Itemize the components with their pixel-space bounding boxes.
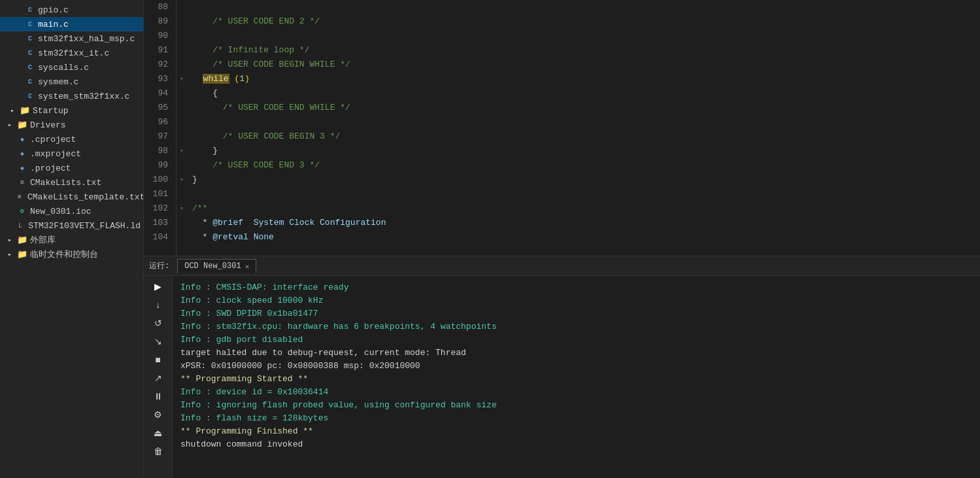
disconnect-button[interactable]: ⏏ [150,425,166,441]
c-file-icon: C [25,62,35,73]
terminal-line: xPSR: 0x01000000 pc: 0x08000388 msp: 0x2… [180,360,972,373]
c-file-icon: C [25,91,35,101]
folder-icon: 📁 [20,105,30,116]
sidebar-item-sysmem-c[interactable]: Csysmem.c [0,75,143,89]
folder-icon: 📁 [17,249,27,260]
fold-indicator [177,0,187,14]
line-number: 98 [149,144,168,158]
terminal-sidebar: ▶ ↓ ↺ ↘ ■ ↗ ⏸ ⚙ ⏏ 🗑 [144,276,173,478]
line-number: 92 [149,58,168,72]
fold-indicator[interactable]: ▾ [177,201,187,216]
line-number: 104 [149,230,168,245]
line-number: 102 [149,201,168,216]
code-line: /* USER CODE END 2 */ [192,14,980,29]
line-numbers: 888990919293949596979899100101102103104 [144,0,177,256]
sidebar-item-label: .cproject [30,135,76,145]
code-line [192,187,980,201]
sidebar-item-label: stm32f1xx_hal_msp.c [38,34,135,44]
sidebar-item-label: CMakeLists_template.txt [27,192,144,202]
folder-arrow [8,121,16,129]
line-number: 93 [149,72,168,86]
code-line: } [192,173,980,187]
terminal-tab-close[interactable]: ✕ [245,262,250,271]
sidebar-item-cproject[interactable]: ◈.cproject [0,132,143,146]
sidebar-item-label: 外部库 [30,234,56,246]
terminal-line: Info : flash size = 128kbytes [180,412,972,425]
fold-indicator [177,115,187,129]
sidebar-item-project[interactable]: ◈.project [0,161,143,175]
step-into-button[interactable]: ↘ [150,333,166,349]
terminal-line: Info : CMSIS-DAP: interface ready [180,281,972,294]
sidebar-item-startup[interactable]: 📁Startup [0,103,143,118]
terminal-line: Info : clock speed 10000 kHz [180,294,972,307]
code-line: * @brief System Clock Configuration [192,216,980,230]
line-number: 90 [149,29,168,43]
line-number: 95 [149,101,168,115]
line-number: 89 [149,14,168,29]
sidebar-item-gpio-c[interactable]: Cgpio.c [0,3,143,17]
sidebar-item-cmakelists-template-txt[interactable]: ≡CMakeLists_template.txt [0,190,143,204]
project-file-icon: ◈ [17,134,27,145]
sidebar-item-syscalls-c[interactable]: Csyscalls.c [0,60,143,75]
play-button[interactable]: ▶ [150,279,166,294]
sidebar-item-cmakelists-txt[interactable]: ≡CMakeLists.txt [0,175,143,190]
code-line: /** [192,201,980,216]
sidebar-item-stm32f1xx-hal-msp-c[interactable]: Cstm32f1xx_hal_msp.c [0,31,143,46]
keyword-while: while [203,74,229,84]
sidebar-item-ext-libs[interactable]: 📁外部库 [0,233,143,247]
sidebar-item-label: syscalls.c [38,63,89,73]
terminal-settings-button[interactable]: ⚙ [150,407,166,422]
terminal-line: Info : device id = 0x10036414 [180,386,972,399]
sidebar-item-label: sysmem.c [38,77,78,87]
stop-button[interactable]: ■ [150,352,166,367]
fold-indicator [177,14,187,29]
sidebar-item-main-c[interactable]: Cmain.c [0,17,143,31]
folder-icon: 📁 [17,120,27,130]
folder-arrow [10,107,18,114]
line-number: 99 [149,158,168,173]
sidebar-item-new-0301-ioc[interactable]: ⚙New_0301.ioc [0,204,143,218]
fold-indicator [177,230,187,245]
txt-file-icon: ≡ [17,177,27,188]
code-line: * @retval None [192,230,980,245]
step-out-button[interactable]: ↗ [150,370,166,386]
fold-indicator[interactable]: ▾ [177,173,187,187]
terminal-tab[interactable]: OCD New_0301 ✕ [177,259,256,273]
sidebar-item-drivers[interactable]: 📁Drivers [0,118,143,132]
sidebar-item-label: system_stm32f1xx.c [38,92,129,101]
sidebar-item-mxproject[interactable]: ◈.mxproject [0,146,143,161]
sidebar-item-temp-files[interactable]: 📁临时文件和控制台 [0,247,143,262]
terminal-line: ** Programming Started ** [180,373,972,386]
restart-button[interactable]: ↺ [150,315,166,331]
step-over-button[interactable]: ↓ [150,297,166,313]
fold-indicator [177,43,187,58]
code-line [192,115,980,129]
txt-file-icon: ≡ [14,192,25,202]
c-file-icon: C [25,77,35,87]
line-number: 101 [149,187,168,201]
fold-indicator [177,158,187,173]
code-line [192,0,980,14]
sidebar-item-stm32f1xx-it-c[interactable]: Cstm32f1xx_it.c [0,46,143,60]
terminal-line: Info : SWD DPIDR 0x1ba01477 [180,307,972,320]
fold-indicator[interactable]: ▾ [177,72,187,86]
line-number: 100 [149,173,168,187]
sidebar-item-system-stm32-c[interactable]: Csystem_stm32f1xx.c [0,89,143,103]
code-content[interactable]: /* USER CODE END 2 */ /* Infinite loop *… [187,0,980,256]
line-number: 96 [149,115,168,129]
terminal-output[interactable]: Info : CMSIS-DAP: interface readyInfo : … [173,276,980,478]
code-line: while (1) [192,72,980,86]
trash-button[interactable]: 🗑 [150,443,166,459]
sidebar-item-stm32-flash-ld[interactable]: LSTM32F103VETX_FLASH.ld [0,218,143,233]
sidebar-item-label: STM32F103VETX_FLASH.ld [28,221,141,231]
pause-button[interactable]: ⏸ [150,388,166,404]
fold-indicator[interactable]: ▾ [177,144,187,158]
terminal-line: Info : gdb port disabled [180,333,972,347]
fold-indicator [177,216,187,230]
code-line: /* USER CODE END 3 */ [192,158,980,173]
sidebar-item-label: stm32f1xx_it.c [38,48,109,58]
project-file-icon: ◈ [17,148,27,159]
terminal-tab-label: OCD New_0301 [184,262,241,271]
sidebar-item-label: .mxproject [30,149,81,159]
sidebar-item-label: .project [30,163,71,173]
